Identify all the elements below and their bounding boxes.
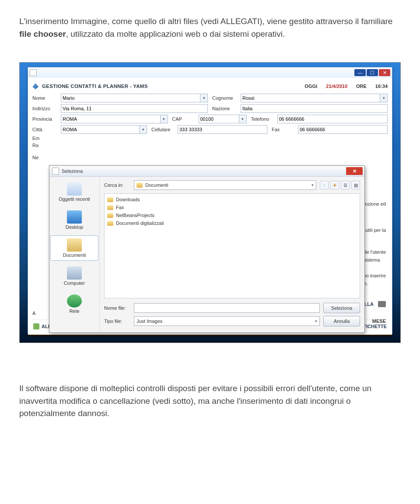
list-item[interactable]: Documenti digitalizzati (107, 219, 357, 227)
close-button[interactable]: ✕ (379, 69, 390, 76)
folder-icon (136, 183, 143, 188)
java-icon (30, 69, 37, 76)
provincia-input[interactable] (61, 115, 161, 123)
documents-icon (67, 238, 82, 252)
cellulare-label: Cellulare (151, 127, 173, 132)
printer-icon[interactable] (378, 301, 386, 307)
desktop-icon (67, 210, 82, 224)
ne-label: Ne (32, 155, 56, 160)
maximize-button[interactable]: ☐ (367, 69, 378, 76)
file-list[interactable]: Downloads Fax NetBeansProjects Documenti… (104, 193, 360, 298)
app-title: GESTIONE CONTATTI & PLANNER - YAMS (32, 83, 148, 89)
chevron-down-icon: ▾ (312, 183, 314, 187)
details-view-button[interactable]: ▤ (351, 181, 360, 189)
new-folder-button[interactable]: ✚ (330, 181, 339, 189)
cerca-in-label: Cerca in: (104, 182, 130, 188)
java-icon (52, 168, 59, 175)
indirizzo-input[interactable] (61, 104, 208, 113)
place-documents[interactable]: Documenti (50, 235, 98, 261)
nome-input[interactable] (61, 94, 200, 102)
folder-icon (107, 221, 113, 226)
cellulare-input[interactable] (178, 125, 267, 134)
folder-icon (107, 205, 113, 210)
em-label: Em (32, 136, 56, 141)
cognome-label: Cognome (212, 95, 236, 101)
cap-input[interactable] (199, 115, 239, 123)
mese-label: MESE (372, 318, 386, 324)
place-network[interactable]: Rete (50, 291, 98, 317)
network-icon (67, 294, 82, 308)
place-computer[interactable]: Computer (50, 263, 98, 289)
place-desktop[interactable]: Desktop (50, 207, 98, 233)
recent-icon (67, 182, 82, 196)
chevron-down-icon[interactable]: ▾ (380, 94, 388, 102)
chevron-down-icon: ▾ (315, 319, 317, 323)
open-button[interactable]: Seleziona (323, 303, 360, 313)
dialog-close-button[interactable]: ✕ (346, 167, 363, 175)
folder-icon (107, 213, 113, 218)
provincia-label: Provincia (32, 116, 56, 122)
list-item[interactable]: Downloads (107, 196, 357, 203)
cognome-input[interactable] (241, 94, 380, 102)
cancel-button[interactable]: Annulla (323, 316, 360, 326)
desktop-background: — ☐ ✕ GESTIONE CONTATTI & PLANNER - YAMS… (19, 62, 401, 343)
time-value: 16:34 (375, 84, 388, 89)
nome-label: Nome (32, 95, 56, 101)
attach-icon (33, 323, 39, 329)
nomefile-label: Nome file: (104, 305, 130, 311)
chevron-down-icon[interactable]: ▾ (161, 115, 168, 123)
list-view-button[interactable]: ☰ (341, 181, 350, 189)
oggi-label: OGGI (304, 84, 317, 89)
indirizzo-label: Indirizzo (32, 106, 56, 111)
filename-input[interactable] (134, 303, 320, 313)
fax-label: Fax (272, 127, 294, 132)
list-item[interactable]: NetBeansProjects (107, 211, 357, 219)
chevron-down-icon[interactable]: ▾ (200, 94, 208, 102)
date-value: 21/4/2010 (326, 84, 347, 89)
ra-label: Ra (32, 143, 56, 148)
citta-label: Città (32, 127, 56, 132)
cap-label: CAP (172, 116, 194, 122)
nazione-input[interactable] (241, 104, 388, 113)
intro-paragraph: L'inserimento Immagine, come quello di a… (19, 15, 401, 40)
chevron-down-icon[interactable]: ▾ (239, 115, 247, 123)
tipofile-label: Tipo file: (104, 318, 130, 324)
dialog-title: Seleziona (62, 168, 83, 174)
file-chooser-dialog: Seleziona ✕ Oggetti recenti Desktop Docu… (49, 165, 365, 333)
logo-icon (32, 83, 38, 89)
minimize-button[interactable]: — (354, 69, 366, 76)
titlebar: — ☐ ✕ (28, 67, 392, 78)
lookin-combobox[interactable]: Documenti ▾ (134, 180, 316, 190)
list-item[interactable]: Fax (107, 203, 357, 211)
telefono-input[interactable] (277, 115, 388, 123)
chevron-down-icon[interactable]: ▾ (140, 125, 147, 134)
filetype-combobox[interactable]: Just Images▾ (134, 316, 320, 326)
place-recent[interactable]: Oggetti recenti (50, 179, 98, 205)
computer-icon (67, 266, 82, 280)
outro-paragraph: Il software dispone di molteplici contro… (19, 382, 401, 420)
folder-icon (107, 197, 113, 202)
app-window: — ☐ ✕ GESTIONE CONTATTI & PLANNER - YAMS… (28, 67, 392, 335)
citta-input[interactable] (61, 125, 140, 134)
telefono-label: Telefono (251, 116, 273, 122)
screenshot-container: — ☐ ✕ GESTIONE CONTATTI & PLANNER - YAMS… (19, 62, 401, 343)
ore-label: ORE (356, 84, 367, 89)
fax-input[interactable] (298, 125, 388, 134)
up-folder-button[interactable]: ↑ (320, 181, 329, 189)
nazione-label: Nazione (212, 106, 236, 111)
